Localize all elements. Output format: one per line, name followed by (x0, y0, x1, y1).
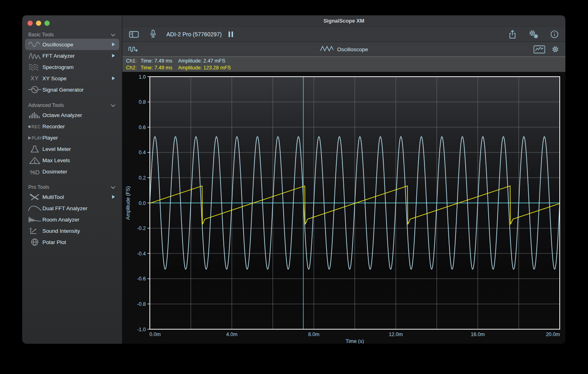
disclosure-arrow-icon[interactable] (112, 42, 115, 46)
spacer (112, 229, 115, 233)
sidebar-item-label: Room Analyzer (42, 217, 112, 223)
scope-title: Oscilloscope (320, 46, 368, 53)
svg-text:0.8: 0.8 (139, 99, 146, 105)
scope-header: Oscilloscope (122, 42, 565, 57)
zoom-window-button[interactable] (44, 21, 50, 26)
sidebar-item-label: Recorder (42, 123, 112, 130)
disclosure-arrow-icon[interactable] (112, 54, 115, 58)
section-label: Advanced Tools (28, 102, 64, 108)
oscilloscope-chart[interactable]: 1.00.80.60.40.20.0-0.2-0.4-0.6-0.8-1.00.… (122, 72, 565, 344)
sidebar-item-label: FFT Analyzer (42, 53, 112, 59)
settings-gears-icon[interactable] (527, 29, 540, 40)
spacer (112, 158, 115, 162)
fft-icon (27, 52, 42, 59)
section-label: Basic Tools (28, 32, 54, 38)
ch2-time: Time: 7.49 ms (141, 65, 178, 71)
sidebar-section-header[interactable]: Pro Tools (22, 183, 122, 191)
dosimeter-icon: %D (27, 168, 42, 176)
sidebar-item-multitool[interactable]: MultiTool (25, 191, 119, 203)
ch2-amplitude: Amplitude: 123.28 mFS (178, 65, 231, 71)
svg-text:-0.2: -0.2 (137, 226, 146, 231)
sidebar-item-polar-plot[interactable]: Polar Plot (25, 236, 119, 248)
sine-wave-icon (27, 41, 42, 48)
sidebar-item-dosimeter[interactable]: %D Dosimeter (25, 166, 119, 177)
sidebar-section-header[interactable]: Basic Tools (22, 31, 122, 39)
spacer (112, 169, 115, 173)
sidebar-item-xy-scope[interactable]: XY XY Scope (25, 73, 119, 84)
sidebar-item-spectrogram[interactable]: Spectrogram (25, 61, 119, 73)
oscilloscope-plot: 1.00.80.60.40.20.0-0.2-0.4-0.6-0.8-1.00.… (122, 72, 565, 344)
room-analyzer-icon (27, 216, 42, 223)
svg-text:-0.6: -0.6 (137, 276, 146, 282)
sidebar-item-label: Polar Plot (42, 239, 112, 245)
svg-text:1.0: 1.0 (139, 74, 146, 80)
disclosure-arrow-icon[interactable] (112, 76, 115, 80)
sidebar-item-label: Signal Generator (42, 87, 112, 93)
chevron-down-icon[interactable] (111, 31, 116, 38)
cursor-readout: Ch1:Time: 7.49 msAmplitude: 2.47 mFS Ch2… (122, 57, 565, 72)
sidebar-item-recorder[interactable]: REC Recorder (25, 121, 119, 132)
close-window-button[interactable] (27, 21, 33, 26)
sidebar-item-label: Sound Intensity (42, 228, 112, 234)
sine-wave-icon (320, 46, 334, 53)
microphone-icon[interactable] (148, 29, 158, 40)
sidebar-item-dual-fft-analyzer[interactable]: Dual FFT Analyzer (25, 203, 119, 214)
sidebar-item-max-levels[interactable]: Max Levels (25, 155, 119, 166)
pause-button[interactable] (228, 31, 233, 38)
sidebar-item-label: Octave Analyzer (42, 112, 112, 118)
svg-text:-0.8: -0.8 (137, 301, 146, 307)
chart-display-button[interactable] (533, 44, 546, 54)
spacer (112, 124, 115, 128)
title-bar: SignalScope XM (122, 15, 565, 27)
app-window: Basic Tools Oscilloscope FFT Analyzer Sp… (22, 15, 565, 344)
sidebar-item-label: Player (42, 135, 112, 141)
sidebar-section-header[interactable]: Advanced Tools (22, 101, 122, 109)
disclosure-arrow-icon[interactable] (112, 195, 115, 199)
info-icon[interactable] (549, 29, 560, 40)
xy-icon: XY (27, 75, 42, 82)
main-toolbar: ADI-2 Pro (57760297) (122, 27, 565, 42)
sidebar-item-level-meter[interactable]: Level Meter (25, 143, 119, 155)
sidebar: Basic Tools Oscilloscope FFT Analyzer Sp… (22, 15, 122, 344)
svg-text:4.0m: 4.0m (226, 332, 237, 337)
scope-settings-gear-icon[interactable] (550, 44, 561, 54)
sidebar-item-label: XY Scope (42, 75, 112, 81)
input-signal-icon[interactable] (127, 45, 140, 54)
device-selector[interactable]: ADI-2 Pro (57760297) (166, 31, 222, 38)
svg-text:%D: %D (30, 168, 40, 175)
sidebar-item-oscilloscope[interactable]: Oscilloscope (25, 39, 119, 50)
sound-intensity-icon (27, 227, 42, 235)
spacer (112, 240, 115, 244)
svg-text:-1.0: -1.0 (137, 327, 146, 332)
dual-fft-icon (27, 205, 42, 212)
sidebar-item-player[interactable]: PLAY Player (25, 132, 119, 143)
sidebar-item-label: Max Levels (42, 157, 112, 163)
sidebar-toggle-icon[interactable] (128, 29, 140, 39)
svg-text:REC: REC (32, 125, 41, 129)
spacer (112, 206, 115, 210)
share-icon[interactable] (507, 29, 518, 40)
chevron-down-icon[interactable] (111, 184, 116, 191)
ch1-readout: Ch1:Time: 7.49 msAmplitude: 2.47 mFS (126, 58, 565, 65)
sidebar-item-octave-analyzer[interactable]: Octave Analyzer (25, 109, 119, 121)
minimize-window-button[interactable] (36, 21, 41, 26)
svg-text:0.6: 0.6 (139, 125, 146, 130)
ch1-time: Time: 7.49 ms (141, 58, 178, 65)
record-icon: REC (27, 123, 42, 130)
signal-generator-icon (27, 86, 42, 94)
sidebar-item-sound-intensity[interactable]: Sound Intensity (25, 225, 119, 236)
octave-bars-icon (27, 111, 42, 119)
ch2-label: Ch2: (126, 65, 141, 71)
sidebar-item-room-analyzer[interactable]: Room Analyzer (25, 214, 119, 225)
spacer (112, 147, 115, 151)
sidebar-item-signal-generator[interactable]: Signal Generator (25, 84, 119, 95)
svg-text:Amplitude (FS): Amplitude (FS) (125, 186, 131, 219)
spacer (112, 88, 115, 92)
sidebar-item-label: Oscilloscope (42, 42, 112, 48)
chevron-down-icon[interactable] (111, 102, 116, 109)
spacer (112, 113, 115, 117)
svg-text:PLAY: PLAY (32, 136, 42, 140)
window-title: SignalScope XM (323, 18, 364, 24)
sidebar-item-label: Dual FFT Analyzer (42, 205, 112, 211)
sidebar-item-fft-analyzer[interactable]: FFT Analyzer (25, 50, 119, 61)
